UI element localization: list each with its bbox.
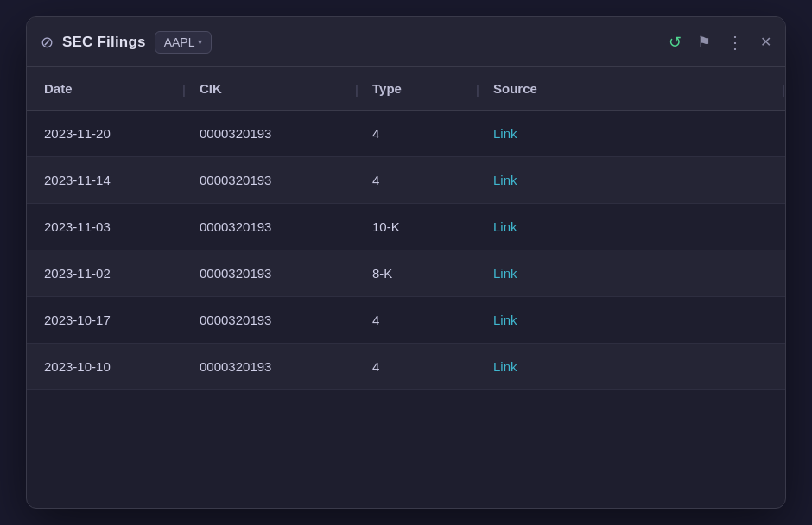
- cell-source-link[interactable]: Link: [476, 157, 785, 204]
- cell-date: 2023-11-02: [27, 250, 182, 297]
- cell-type: 4: [355, 344, 476, 390]
- cell-date: 2023-11-20: [27, 111, 182, 157]
- cell-source-link[interactable]: Link: [476, 111, 785, 157]
- table-row: 2023-11-03000032019310-KLink: [27, 204, 785, 250]
- cell-source-link[interactable]: Link: [476, 344, 785, 390]
- table-container: Date CIK Type Source 2023-11-20000032019…: [27, 67, 785, 508]
- main-window: ⊘ SEC Filings AAPL ▾ ↺ ⚑ ⋮ ✕ Date CIK: [26, 16, 786, 509]
- column-header-date: Date: [27, 67, 182, 111]
- table-row: 2023-11-2000003201934Link: [27, 111, 785, 157]
- cell-source-link[interactable]: Link: [476, 204, 785, 250]
- cell-type: 10-K: [355, 204, 476, 250]
- titlebar-left: ⊘ SEC Filings AAPL ▾: [41, 31, 669, 54]
- app-title: SEC Filings: [62, 34, 146, 51]
- cell-date: 2023-10-17: [27, 297, 182, 344]
- cell-date: 2023-11-03: [27, 204, 182, 250]
- cell-type: 8-K: [355, 250, 476, 297]
- titlebar: ⊘ SEC Filings AAPL ▾ ↺ ⚑ ⋮ ✕: [27, 17, 785, 67]
- chat-icon[interactable]: ⚑: [697, 35, 711, 50]
- table-row: 2023-10-1700003201934Link: [27, 297, 785, 344]
- ticker-selector[interactable]: AAPL ▾: [155, 31, 213, 54]
- ticker-label: AAPL: [164, 35, 195, 49]
- cell-type: 4: [355, 297, 476, 344]
- column-header-source: Source: [476, 67, 785, 111]
- cell-cik: 0000320193: [182, 157, 355, 204]
- table-row: 2023-10-1000003201934Link: [27, 344, 785, 390]
- cell-cik: 0000320193: [182, 250, 355, 297]
- titlebar-right: ↺ ⚑ ⋮ ✕: [669, 34, 771, 51]
- table-row: 2023-11-0200003201938-KLink: [27, 250, 785, 297]
- cell-source-link[interactable]: Link: [476, 297, 785, 344]
- cell-date: 2023-10-10: [27, 344, 182, 390]
- table-row: 2023-11-1400003201934Link: [27, 157, 785, 204]
- table-body: 2023-11-2000003201934Link2023-11-1400003…: [27, 111, 785, 390]
- close-icon[interactable]: ✕: [760, 35, 771, 49]
- cell-type: 4: [355, 157, 476, 204]
- cell-cik: 0000320193: [182, 111, 355, 157]
- table-header-row: Date CIK Type Source: [27, 67, 785, 111]
- cell-date: 2023-11-14: [27, 157, 182, 204]
- link-icon: ⊘: [41, 35, 54, 50]
- refresh-icon[interactable]: ↺: [669, 35, 682, 50]
- cell-source-link[interactable]: Link: [476, 250, 785, 297]
- cell-cik: 0000320193: [182, 297, 355, 344]
- cell-type: 4: [355, 111, 476, 157]
- chevron-down-icon: ▾: [198, 37, 202, 47]
- cell-cik: 0000320193: [182, 204, 355, 250]
- cell-cik: 0000320193: [182, 344, 355, 390]
- filings-table: Date CIK Type Source 2023-11-20000032019…: [27, 67, 785, 390]
- column-header-type: Type: [355, 67, 476, 111]
- more-options-icon[interactable]: ⋮: [726, 34, 745, 51]
- column-header-cik: CIK: [182, 67, 355, 111]
